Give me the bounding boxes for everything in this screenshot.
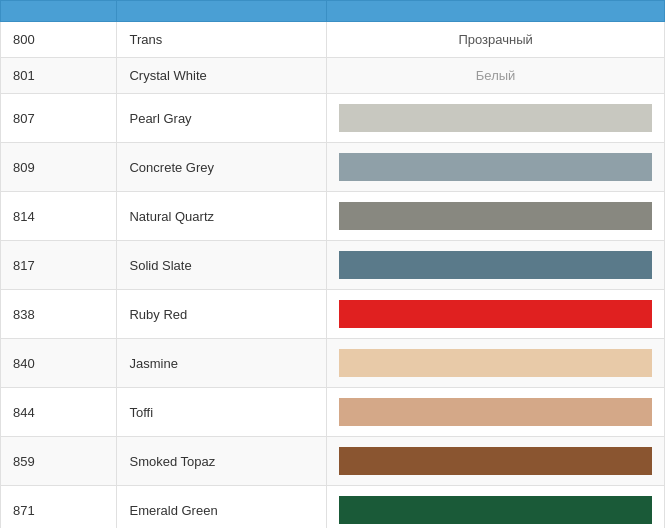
color-name: Trans [117,22,327,58]
color-number: 801 [1,58,117,94]
col-header-name [117,1,327,22]
color-number: 817 [1,241,117,290]
color-number: 859 [1,437,117,486]
color-preview [327,486,665,529]
color-swatch [339,300,652,328]
color-preview [327,241,665,290]
color-swatch [339,398,652,426]
color-number: 809 [1,143,117,192]
color-preview [327,290,665,339]
table-row: 838Ruby Red [1,290,665,339]
color-preview [327,437,665,486]
color-name: Crystal White [117,58,327,94]
table-row: 809Concrete Grey [1,143,665,192]
color-name: Emerald Green [117,486,327,529]
color-number: 840 [1,339,117,388]
color-preview [327,94,665,143]
color-preview [327,192,665,241]
color-swatch [339,349,652,377]
col-header-preview [327,1,665,22]
table-row: 800TransПрозрачный [1,22,665,58]
color-preview: Прозрачный [327,22,665,58]
table-row: 814Natural Quartz [1,192,665,241]
color-number: 838 [1,290,117,339]
color-swatch [339,202,652,230]
color-number: 807 [1,94,117,143]
color-swatch [339,496,652,524]
col-header-num [1,1,117,22]
color-preview [327,143,665,192]
color-preview: Белый [327,58,665,94]
color-name: Toffi [117,388,327,437]
color-number: 800 [1,22,117,58]
color-name: Ruby Red [117,290,327,339]
color-name: Pearl Gray [117,94,327,143]
table-row: 871Emerald Green [1,486,665,529]
color-number: 814 [1,192,117,241]
color-preview [327,339,665,388]
table-row: 817Solid Slate [1,241,665,290]
table-row: 844Toffi [1,388,665,437]
color-preview [327,388,665,437]
color-name: Solid Slate [117,241,327,290]
color-number: 844 [1,388,117,437]
color-name: Jasmine [117,339,327,388]
color-swatch [339,251,652,279]
table-row: 801Crystal WhiteБелый [1,58,665,94]
color-swatch [339,447,652,475]
color-swatch [339,153,652,181]
color-name: Smoked Topaz [117,437,327,486]
color-table: 800TransПрозрачный801Crystal WhiteБелый8… [0,0,665,528]
color-swatch [339,104,652,132]
color-number: 871 [1,486,117,529]
color-name: Concrete Grey [117,143,327,192]
table-row: 840Jasmine [1,339,665,388]
table-row: 807Pearl Gray [1,94,665,143]
table-row: 859Smoked Topaz [1,437,665,486]
color-name: Natural Quartz [117,192,327,241]
